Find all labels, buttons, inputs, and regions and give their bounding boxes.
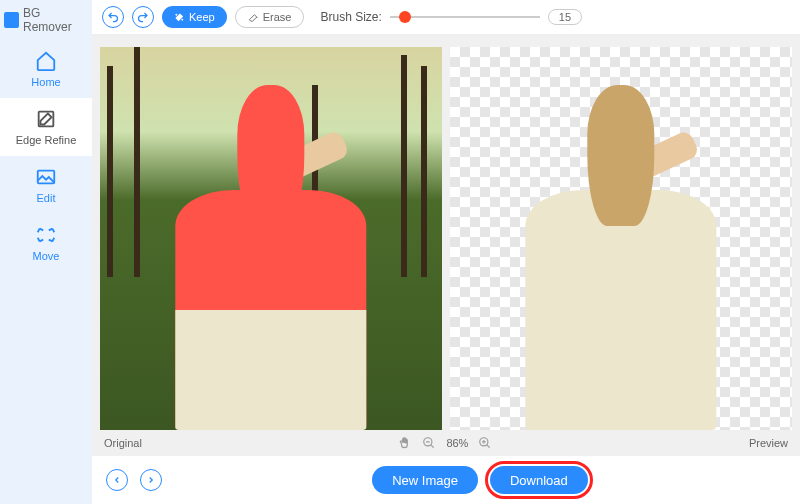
download-button[interactable]: Download bbox=[490, 466, 588, 494]
status-bar: Original 86% Preview bbox=[92, 430, 800, 456]
app-title: BG Remover bbox=[0, 0, 92, 40]
chevron-right-icon bbox=[146, 475, 156, 485]
chevron-left-icon bbox=[112, 475, 122, 485]
hand-icon[interactable] bbox=[398, 436, 412, 450]
app-logo-icon bbox=[4, 12, 19, 28]
erase-label: Erase bbox=[263, 11, 292, 23]
wand-icon bbox=[174, 12, 185, 23]
slider-knob-icon bbox=[399, 11, 411, 23]
undo-button[interactable] bbox=[102, 6, 124, 28]
footer: New Image Download bbox=[92, 456, 800, 504]
keep-button[interactable]: Keep bbox=[162, 6, 227, 28]
keep-label: Keep bbox=[189, 11, 215, 23]
nav-label: Home bbox=[31, 76, 60, 88]
redo-icon bbox=[137, 11, 149, 23]
toolbar: Keep Erase Brush Size: 15 bbox=[92, 0, 800, 35]
edit-icon bbox=[35, 166, 57, 188]
edge-refine-icon bbox=[35, 108, 57, 130]
new-image-button[interactable]: New Image bbox=[372, 466, 478, 494]
erase-button[interactable]: Erase bbox=[235, 6, 305, 28]
app-name: BG Remover bbox=[23, 6, 88, 34]
move-icon bbox=[35, 224, 57, 246]
brush-size-label: Brush Size: bbox=[320, 10, 381, 24]
zoom-out-icon[interactable] bbox=[422, 436, 436, 450]
zoom-percent: 86% bbox=[446, 437, 468, 449]
canvas-area bbox=[92, 35, 800, 430]
nav-item-edit[interactable]: Edit bbox=[0, 156, 92, 214]
zoom-in-icon[interactable] bbox=[478, 436, 492, 450]
next-button[interactable] bbox=[140, 469, 162, 491]
nav-label: Move bbox=[33, 250, 60, 262]
sidebar: BG Remover Home Edge Refine Edit Move bbox=[0, 0, 92, 504]
nav-item-move[interactable]: Move bbox=[0, 214, 92, 272]
preview-label: Preview bbox=[749, 437, 788, 449]
nav-label: Edit bbox=[37, 192, 56, 204]
nav-item-edge-refine[interactable]: Edge Refine bbox=[0, 98, 92, 156]
brush-size-value: 15 bbox=[548, 9, 582, 25]
undo-icon bbox=[107, 11, 119, 23]
original-panel[interactable] bbox=[100, 47, 442, 430]
prev-button[interactable] bbox=[106, 469, 128, 491]
original-label: Original bbox=[104, 437, 142, 449]
nav-item-home[interactable]: Home bbox=[0, 40, 92, 98]
brush-size-slider[interactable] bbox=[390, 16, 540, 18]
preview-panel[interactable] bbox=[450, 47, 792, 430]
redo-button[interactable] bbox=[132, 6, 154, 28]
home-icon bbox=[35, 50, 57, 72]
nav-label: Edge Refine bbox=[16, 134, 77, 146]
eraser-icon bbox=[248, 12, 259, 23]
